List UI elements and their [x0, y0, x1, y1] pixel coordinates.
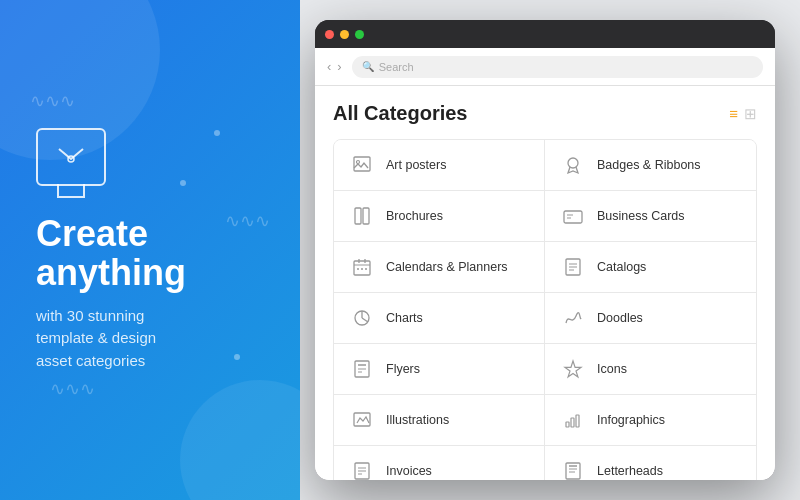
svg-point-13: [357, 268, 359, 270]
svg-rect-6: [564, 211, 582, 223]
deco-wavy-2: ∿∿∿: [225, 210, 270, 232]
badges-ribbons-label: Badges & Ribbons: [597, 158, 701, 172]
subtext: with 30 stunning template & design asset…: [36, 305, 264, 373]
right-panel: ‹ › 🔍 Search All Categories ≡ ⊞ Art p: [300, 0, 800, 500]
doodles-label: Doodles: [597, 311, 643, 325]
category-item-doodles[interactable]: Doodles: [545, 293, 756, 344]
category-item-charts[interactable]: Charts: [334, 293, 545, 344]
traffic-dot-maximize[interactable]: [355, 30, 364, 39]
deco-dot-2: [180, 180, 186, 186]
infographics-icon: [559, 406, 587, 434]
deco-wavy-1: ∿∿∿: [30, 90, 75, 112]
search-placeholder: Search: [379, 61, 414, 73]
brochures-icon: [348, 202, 376, 230]
view-controls: ≡ ⊞: [729, 105, 757, 123]
calendars-planners-icon: [348, 253, 376, 281]
category-item-brochures[interactable]: Brochures: [334, 191, 545, 242]
category-item-calendars-planners[interactable]: Calendars & Planners: [334, 242, 545, 293]
page-body: All Categories ≡ ⊞ Art postersBadges & R…: [315, 86, 775, 480]
business-cards-label: Business Cards: [597, 209, 685, 223]
icons-label: Icons: [597, 362, 627, 376]
invoices-icon: [348, 457, 376, 480]
svg-rect-29: [571, 418, 574, 427]
svg-line-22: [362, 318, 368, 322]
category-item-letterheads[interactable]: Letterheads: [545, 446, 756, 480]
svg-rect-5: [363, 208, 369, 224]
category-item-business-cards[interactable]: Business Cards: [545, 191, 756, 242]
icons-icon: [559, 355, 587, 383]
grid-view-button[interactable]: ⊞: [744, 105, 757, 123]
search-icon: 🔍: [362, 61, 374, 72]
page-title: All Categories: [333, 102, 467, 125]
art-posters-label: Art posters: [386, 158, 446, 172]
illustrations-label: Illustrations: [386, 413, 449, 427]
deco-dot-3: [234, 354, 240, 360]
business-cards-icon: [559, 202, 587, 230]
search-bar[interactable]: 🔍 Search: [352, 56, 763, 78]
illustrations-icon: [348, 406, 376, 434]
traffic-dot-close[interactable]: [325, 30, 334, 39]
svg-rect-30: [576, 415, 579, 427]
browser-frame: ‹ › 🔍 Search All Categories ≡ ⊞ Art p: [315, 20, 775, 480]
svg-point-15: [365, 268, 367, 270]
art-posters-icon: [348, 151, 376, 179]
back-arrow[interactable]: ‹: [327, 59, 331, 74]
categories-grid: Art postersBadges & RibbonsBrochuresBusi…: [333, 139, 757, 480]
monitor-icon: [36, 128, 106, 186]
category-item-infographics[interactable]: Infographics: [545, 395, 756, 446]
invoices-label: Invoices: [386, 464, 432, 478]
calendars-planners-label: Calendars & Planners: [386, 260, 508, 274]
brochures-label: Brochures: [386, 209, 443, 223]
infographics-label: Infographics: [597, 413, 665, 427]
nav-arrows: ‹ ›: [327, 59, 342, 74]
charts-label: Charts: [386, 311, 423, 325]
letterheads-icon: [559, 457, 587, 480]
catalogs-label: Catalogs: [597, 260, 646, 274]
catalogs-icon: [559, 253, 587, 281]
forward-arrow[interactable]: ›: [337, 59, 341, 74]
category-item-art-posters[interactable]: Art posters: [334, 140, 545, 191]
svg-point-3: [568, 158, 578, 168]
svg-rect-28: [566, 422, 569, 427]
letterheads-label: Letterheads: [597, 464, 663, 478]
svg-point-14: [361, 268, 363, 270]
svg-rect-4: [355, 208, 361, 224]
category-item-flyers[interactable]: Flyers: [334, 344, 545, 395]
category-item-illustrations[interactable]: Illustrations: [334, 395, 545, 446]
traffic-dot-minimize[interactable]: [340, 30, 349, 39]
svg-point-2: [357, 161, 360, 164]
flyers-icon: [348, 355, 376, 383]
left-panel: ∿∿∿ ∿∿∿ ∿∿∿ Create anything with 30 stun…: [0, 0, 300, 500]
charts-icon: [348, 304, 376, 332]
flyers-label: Flyers: [386, 362, 420, 376]
category-item-icons[interactable]: Icons: [545, 344, 756, 395]
toolbar: ‹ › 🔍 Search: [315, 48, 775, 86]
browser-content: ‹ › 🔍 Search All Categories ≡ ⊞ Art p: [315, 48, 775, 480]
list-view-button[interactable]: ≡: [729, 105, 738, 123]
monitor-svg: [55, 145, 87, 169]
svg-rect-1: [354, 157, 370, 171]
doodles-icon: [559, 304, 587, 332]
category-item-badges-ribbons[interactable]: Badges & Ribbons: [545, 140, 756, 191]
page-header: All Categories ≡ ⊞: [333, 102, 757, 125]
deco-dot-1: [214, 130, 220, 136]
badges-ribbons-icon: [559, 151, 587, 179]
browser-titlebar: [315, 20, 775, 48]
category-item-invoices[interactable]: Invoices: [334, 446, 545, 480]
category-item-catalogs[interactable]: Catalogs: [545, 242, 756, 293]
deco-wavy-3: ∿∿∿: [50, 378, 95, 400]
